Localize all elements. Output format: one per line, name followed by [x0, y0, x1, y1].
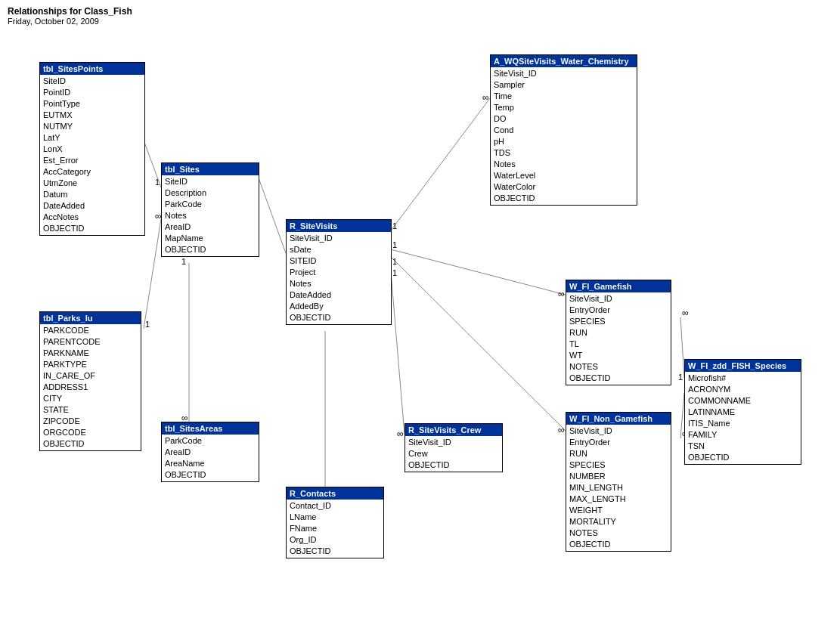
field-notes: Notes: [494, 159, 634, 170]
svg-line-4: [391, 98, 490, 230]
field-eutmx: EUTMX: [43, 110, 141, 121]
field-entryorder: EntryOrder: [569, 305, 668, 316]
field-tds: TDS: [494, 147, 634, 159]
svg-line-7: [391, 272, 405, 435]
table-body-a-wq-sitevisits-water-chemistry: SiteVisit_ID Sampler Time Temp DO Cond p…: [491, 67, 637, 205]
table-header-tbl-parks-lu: tbl_Parks_lu: [40, 312, 141, 324]
field-objectid: OBJECTID: [569, 373, 668, 384]
svg-text:∞: ∞: [482, 92, 489, 103]
field-city: CITY: [43, 393, 138, 404]
field-pointtype: PointType: [43, 98, 141, 110]
field-addedby: AddedBy: [290, 301, 388, 312]
table-body-r-sitevisits-crew: SiteVisit_ID Crew OBJECTID: [405, 436, 502, 472]
svg-text:1: 1: [145, 320, 150, 329]
field-incareof: IN_CARE_OF: [43, 370, 138, 382]
field-org-id: Org_ID: [290, 534, 380, 546]
field-lonx: LonX: [43, 144, 141, 155]
field-temp: Temp: [494, 102, 634, 113]
table-body-w-fi-zdd-fish-species: Microfish# ACRONYM COMMONNAME LATINNAME …: [685, 372, 801, 464]
field-watercolor: WaterColor: [494, 181, 634, 193]
field-sitevisit-id: SiteVisit_ID: [569, 293, 668, 305]
field-sampler: Sampler: [494, 79, 634, 91]
table-header-w-fi-non-gamefish: W_FI_Non_Gamefish: [566, 413, 671, 425]
field-acccategory: AccCategory: [43, 166, 141, 178]
field-areaname: AreaName: [165, 458, 256, 469]
svg-text:∞: ∞: [558, 289, 565, 299]
table-w-fi-gamefish: W_FI_Gamefish SiteVisit_ID EntryOrder SP…: [566, 280, 671, 385]
field-orgcode: ORGCODE: [43, 427, 138, 438]
table-body-r-contacts: Contact_ID LName FName Org_ID OBJECTID: [287, 500, 383, 558]
field-mortality: MORTALITY: [569, 516, 668, 527]
field-notes: NOTES: [569, 361, 668, 373]
table-header-r-sitevisits: R_SiteVisits: [287, 220, 391, 232]
table-body-w-fi-non-gamefish: SiteVisit_ID EntryOrder RUN SPECIES NUMB…: [566, 425, 671, 551]
field-zipcode: ZIPCODE: [43, 416, 138, 427]
table-header-w-fi-zdd-fish-species: W_FI_zdd_FISH_Species: [685, 360, 801, 372]
field-parkcode: ParkCode: [165, 199, 256, 210]
table-r-sitevisits: R_SiteVisits SiteVisit_ID sDate SITEID P…: [286, 219, 392, 325]
field-parkname: PARKNAME: [43, 348, 138, 359]
field-weight: WEIGHT: [569, 505, 668, 516]
table-w-fi-zdd-fish-species: W_FI_zdd_FISH_Species Microfish# ACRONYM…: [684, 359, 801, 465]
svg-text:∞: ∞: [397, 428, 404, 439]
table-w-fi-non-gamefish: W_FI_Non_Gamefish SiteVisit_ID EntryOrde…: [566, 412, 671, 552]
svg-line-1: [257, 174, 286, 253]
table-a-wq-sitevisits-water-chemistry: A_WQSiteVisits_Water_Chemistry SiteVisit…: [490, 54, 637, 206]
field-datum: Datum: [43, 189, 141, 200]
field-notes: Notes: [290, 278, 388, 289]
field-areaid: AreaID: [165, 221, 256, 233]
field-objectid: OBJECTID: [290, 546, 380, 557]
table-body-r-sitevisits: SiteVisit_ID sDate SITEID Project Notes …: [287, 232, 391, 324]
field-latinname: LATINNAME: [688, 407, 798, 418]
field-fname: FName: [290, 523, 380, 534]
field-siteid: SiteID: [165, 176, 256, 187]
field-minlength: MIN_LENGTH: [569, 482, 668, 493]
table-tbl-sitesareas: tbl_SitesAreas ParkCode AreaID AreaName …: [161, 422, 259, 482]
page-date: Friday, October 02, 2009: [8, 17, 132, 26]
field-accnotes: AccNotes: [43, 212, 141, 223]
table-r-sitevisits-crew: R_SiteVisits_Crew SiteVisit_ID Crew OBJE…: [405, 423, 503, 472]
field-objectid: OBJECTID: [569, 539, 668, 550]
field-commonname: COMMONNAME: [688, 395, 798, 407]
field-crew: Crew: [408, 448, 499, 459]
field-nutmy: NUTMY: [43, 121, 141, 132]
table-header-a-wq-sitevisits-water-chemistry: A_WQSiteVisits_Water_Chemistry: [491, 55, 637, 67]
table-tbl-sites: tbl_Sites SiteID Description ParkCode No…: [161, 162, 259, 257]
field-contact-id: Contact_ID: [290, 500, 380, 512]
field-areaid: AreaID: [165, 447, 256, 458]
field-maxlength: MAX_LENGTH: [569, 493, 668, 505]
field-species: SPECIES: [569, 316, 668, 327]
field-siteid: SITEID: [290, 255, 388, 267]
field-dateadded: DateAdded: [43, 200, 141, 212]
field-parkcode: ParkCode: [165, 435, 256, 447]
field-sitevisit-id: SiteVisit_ID: [290, 233, 388, 244]
field-siteid: SiteID: [43, 76, 141, 87]
field-objectid: OBJECTID: [290, 312, 388, 323]
field-ph: pH: [494, 136, 634, 147]
page-title: Relationships for Class_Fish: [8, 6, 132, 17]
table-header-tbl-sites: tbl_Sites: [162, 163, 259, 175]
table-body-tbl-sitespoints: SiteID PointID PointType EUTMX NUTMY Lat…: [40, 75, 144, 235]
svg-text:1: 1: [155, 178, 160, 187]
svg-text:∞: ∞: [682, 308, 689, 318]
field-number: NUMBER: [569, 471, 668, 482]
field-time: Time: [494, 91, 634, 102]
field-tsn: TSN: [688, 441, 798, 452]
field-dateadded: DateAdded: [290, 289, 388, 301]
field-acronym: ACRONYM: [688, 384, 798, 395]
field-notes: NOTES: [569, 527, 668, 539]
field-objectid: OBJECTID: [165, 469, 256, 481]
field-microfish: Microfish#: [688, 373, 798, 384]
table-header-r-contacts: R_Contacts: [287, 487, 383, 500]
field-wt: WT: [569, 350, 668, 361]
field-sitevisit-id: SiteVisit_ID: [408, 437, 499, 448]
field-description: Description: [165, 187, 256, 199]
table-header-r-sitevisits-crew: R_SiteVisits_Crew: [405, 424, 502, 436]
table-r-contacts: R_Contacts Contact_ID LName FName Org_ID…: [286, 487, 384, 558]
table-body-tbl-parks-lu: PARKCODE PARENTCODE PARKNAME PARKTYPE IN…: [40, 324, 141, 450]
svg-text:∞: ∞: [558, 425, 565, 435]
field-utmzone: UtmZone: [43, 178, 141, 189]
field-parkcode: PARKCODE: [43, 325, 138, 336]
field-waterlevel: WaterLevel: [494, 170, 634, 181]
field-address1: ADDRESS1: [43, 382, 138, 393]
